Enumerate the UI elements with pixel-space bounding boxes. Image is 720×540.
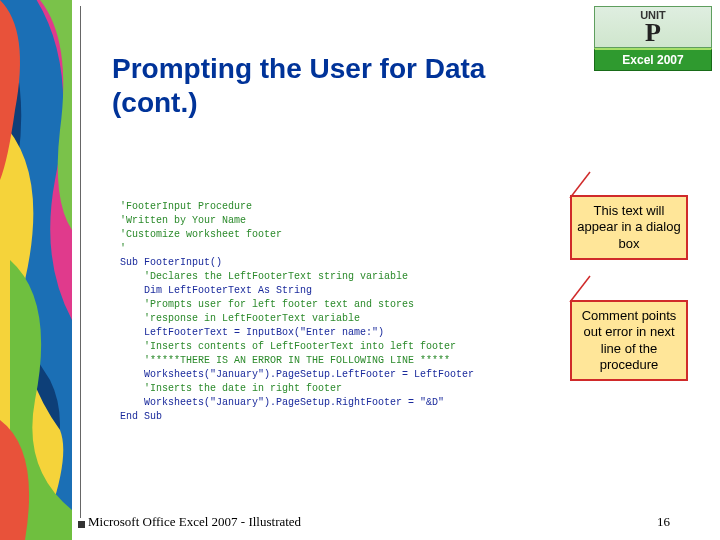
callout-error-comment: Comment points out error in next line of…	[570, 300, 688, 381]
page-number: 16	[657, 514, 670, 530]
callout-dialog-text: This text will appear in a dialog box	[570, 195, 688, 260]
footer-bullet	[78, 521, 85, 528]
footer-text: Microsoft Office Excel 2007 - Illustrate…	[88, 514, 301, 530]
callout-connector-2	[570, 276, 590, 302]
